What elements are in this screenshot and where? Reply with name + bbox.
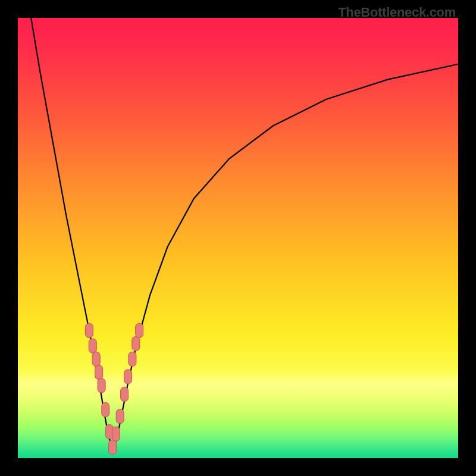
watermark-text: TheBottleneck.com xyxy=(338,5,456,20)
marker-point xyxy=(121,387,129,402)
marker-point xyxy=(95,365,103,380)
marker-point xyxy=(129,352,136,367)
marker-point xyxy=(92,352,100,367)
marker-point xyxy=(136,323,143,337)
marker-point xyxy=(102,403,109,417)
marker-point xyxy=(124,369,132,384)
marker-point xyxy=(116,409,124,424)
plot-area xyxy=(18,18,458,458)
marker-point xyxy=(89,339,96,353)
marker-point xyxy=(109,440,117,455)
marker-point xyxy=(98,378,105,393)
highlighted-band-markers xyxy=(85,323,143,454)
bottleneck-curve xyxy=(18,18,458,458)
marker-point xyxy=(132,337,140,351)
curve-line xyxy=(31,18,458,449)
marker-point xyxy=(85,323,93,337)
marker-point xyxy=(112,427,120,441)
chart-frame: TheBottleneck.com xyxy=(0,0,476,476)
